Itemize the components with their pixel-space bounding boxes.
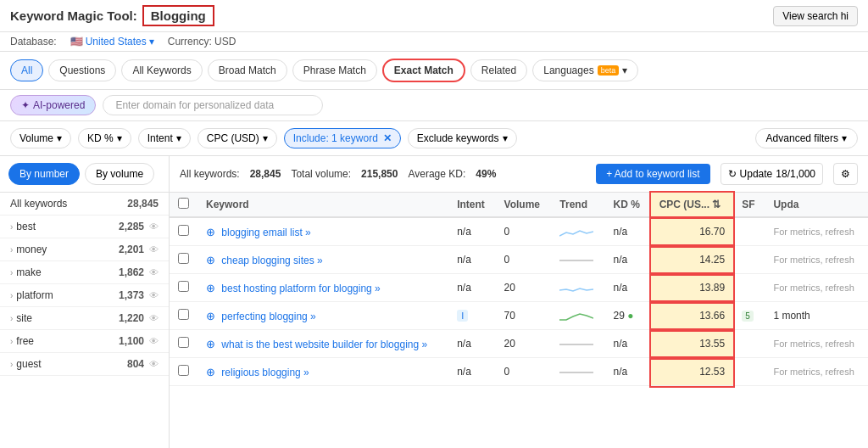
row-checkbox[interactable] xyxy=(170,358,198,386)
add-icon[interactable]: ⊕ xyxy=(206,226,215,238)
eye-icon[interactable]: 👁 xyxy=(149,336,159,346)
eye-icon[interactable]: 👁 xyxy=(149,313,159,323)
domain-placeholder: Enter domain for personalized data xyxy=(115,99,274,111)
sidebar-item-guest[interactable]: › guest 804 👁 xyxy=(0,353,169,376)
by-volume-tab[interactable]: By volume xyxy=(85,163,154,185)
sidebar-all-keywords[interactable]: All keywords 28,845 xyxy=(0,193,169,216)
kd-value: n/a xyxy=(614,226,628,238)
add-to-keyword-list-button[interactable]: + Add to keyword list xyxy=(596,164,709,184)
ai-row: ✦ AI-powered Enter domain for personaliz… xyxy=(0,90,868,121)
update-value: For metrics, refresh xyxy=(773,367,854,377)
keyword-link[interactable]: cheap blogging sites » xyxy=(221,255,322,266)
tab-broad-match[interactable]: Broad Match xyxy=(208,59,287,81)
trend-chart xyxy=(559,224,593,239)
add-icon[interactable]: ⊕ xyxy=(206,366,215,378)
update-button[interactable]: ↻ Update 18/1,000 xyxy=(721,163,823,185)
advanced-label: Advanced filters xyxy=(766,132,838,144)
chevron-down-icon: ▾ xyxy=(57,132,62,144)
col-volume: Volume xyxy=(496,193,552,217)
beta-badge: beta xyxy=(598,65,620,76)
cpc-value: 16.70 xyxy=(699,226,725,238)
sidebar-item-site[interactable]: › site 1,220 👁 xyxy=(0,307,169,330)
row-checkbox[interactable] xyxy=(170,330,198,358)
select-all-checkbox[interactable] xyxy=(178,198,189,209)
volume-filter[interactable]: Volume ▾ xyxy=(10,128,71,148)
row-checkbox[interactable] xyxy=(170,246,198,274)
chevron-right-icon: › xyxy=(10,314,13,323)
tab-related[interactable]: Related xyxy=(470,59,527,81)
tab-phrase-match[interactable]: Phrase Match xyxy=(292,59,377,81)
tab-languages[interactable]: Languages beta ▾ xyxy=(532,59,638,81)
sidebar-item-platform[interactable]: › platform 1,373 👁 xyxy=(0,284,169,307)
cpc-filter[interactable]: CPC (USD) ▾ xyxy=(198,128,277,148)
keyword-link[interactable]: blogging email list » xyxy=(221,227,310,238)
add-icon[interactable]: ⊕ xyxy=(206,282,215,294)
sidebar-item-best[interactable]: › best 2,285 👁 xyxy=(0,216,169,238)
chevron-right-icon: › xyxy=(10,245,13,255)
cpc-cell: 12.53 xyxy=(651,358,734,386)
sidebar-item-free[interactable]: › free 1,100 👁 xyxy=(0,330,169,353)
tab-all-keywords[interactable]: All Keywords xyxy=(121,59,202,81)
sidebar-header: By number By volume xyxy=(0,156,169,193)
languages-label: Languages xyxy=(543,64,593,76)
intent-filter[interactable]: Intent ▾ xyxy=(138,128,191,148)
tool-label: Keyword Magic Tool: xyxy=(10,8,137,23)
kd-filter[interactable]: KD % ▾ xyxy=(78,128,131,148)
tab-all[interactable]: All xyxy=(10,59,43,81)
volume-cell: 70 xyxy=(496,302,552,330)
volume-cell: 20 xyxy=(496,274,552,302)
by-number-tab[interactable]: By number xyxy=(8,163,80,185)
trend-cell xyxy=(551,330,604,358)
kd-cell: n/a xyxy=(605,246,651,274)
sidebar-item-label: platform xyxy=(16,289,53,301)
close-icon[interactable]: ✕ xyxy=(383,132,392,144)
chevron-right-icon: › xyxy=(10,222,13,232)
add-icon[interactable]: ⊕ xyxy=(206,254,215,266)
sf-cell xyxy=(733,217,765,246)
filter-icon[interactable]: ⇅ xyxy=(712,199,721,210)
domain-input[interactable]: Enter domain for personalized data xyxy=(103,95,323,115)
col-checkbox xyxy=(170,193,198,217)
country-selector[interactable]: 🇺🇸 United States ▾ xyxy=(70,36,154,48)
keyword-link[interactable]: what is the best website builder for blo… xyxy=(221,339,427,350)
ai-powered-button[interactable]: ✦ AI-powered xyxy=(10,95,96,115)
row-checkbox[interactable] xyxy=(170,302,198,330)
row-checkbox[interactable] xyxy=(170,217,198,246)
sidebar-item-count: 1,220 xyxy=(119,312,144,324)
intent-label: Intent xyxy=(147,132,173,144)
eye-icon[interactable]: 👁 xyxy=(149,359,159,369)
col-intent: Intent xyxy=(448,193,495,217)
include-filter[interactable]: Include: 1 keyword ✕ xyxy=(284,128,401,148)
sidebar-item-money[interactable]: › money 2,201 👁 xyxy=(0,238,169,261)
add-icon[interactable]: ⊕ xyxy=(206,338,215,350)
cpc-cell: 14.25 xyxy=(651,246,734,274)
add-icon[interactable]: ⊕ xyxy=(206,310,215,322)
update-label: Update xyxy=(740,168,773,180)
trend-cell xyxy=(551,274,604,302)
sparkle-icon: ✦ xyxy=(21,99,30,111)
view-search-button[interactable]: View search hi xyxy=(773,6,858,26)
keyword-link[interactable]: perfecting blogging » xyxy=(221,311,315,322)
keyword-link[interactable]: best hosting platform for blogging » xyxy=(221,283,380,294)
eye-icon[interactable]: 👁 xyxy=(149,267,159,277)
tab-questions[interactable]: Questions xyxy=(48,59,116,81)
refresh-icon: ↻ xyxy=(728,168,737,180)
tab-exact-match[interactable]: Exact Match xyxy=(382,59,465,82)
eye-icon[interactable]: 👁 xyxy=(149,290,159,300)
volume-value: 0 xyxy=(504,366,510,378)
sidebar-item-count: 1,100 xyxy=(119,335,144,347)
exclude-filter[interactable]: Exclude keywords ▾ xyxy=(408,128,517,148)
trend-cell xyxy=(551,358,604,386)
volume-value: 20 xyxy=(504,338,515,350)
sidebar-item-label: best xyxy=(16,221,36,232)
keyword-link[interactable]: religious blogging » xyxy=(221,367,309,378)
keywords-table: Keyword Intent Volume Trend KD % CPC (US… xyxy=(170,193,868,386)
eye-icon[interactable]: 👁 xyxy=(149,221,159,232)
row-checkbox[interactable] xyxy=(170,274,198,302)
settings-button[interactable]: ⚙ xyxy=(833,163,858,185)
chevron-down-icon: ▾ xyxy=(842,132,847,144)
eye-icon[interactable]: 👁 xyxy=(149,244,159,255)
cpc-cell: 13.89 xyxy=(651,274,734,302)
advanced-filters-button[interactable]: Advanced filters ▾ xyxy=(755,128,858,148)
sidebar-item-make[interactable]: › make 1,862 👁 xyxy=(0,261,169,284)
